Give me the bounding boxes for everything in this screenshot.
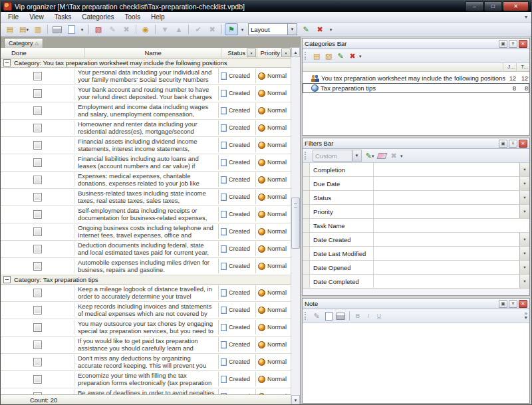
column-header-priority[interactable]: Priority ▼ [257, 48, 291, 58]
minimize-button[interactable]: – [466, 1, 483, 11]
scroll-up-button[interactable]: ▲ [291, 47, 300, 57]
task-checkbox[interactable] [33, 227, 42, 236]
new-category-button[interactable]: ▤ [311, 51, 322, 61]
clear-filter-button[interactable] [376, 151, 387, 161]
filters-restore-button[interactable]: ▣ [499, 140, 507, 148]
filter-dropdown-button[interactable]: ▼ [519, 275, 529, 288]
filter-value-field[interactable] [374, 261, 519, 274]
filter-dropdown-button[interactable]: ▼ [519, 191, 529, 204]
task-checkbox[interactable] [33, 176, 42, 184]
show-completed-button[interactable]: ◉ [139, 23, 152, 35]
edit-task-button[interactable]: ✎ [106, 23, 119, 35]
cancel-task-button[interactable]: ✖ [205, 23, 219, 35]
new-task-button[interactable]: ▤ [3, 23, 17, 35]
categories-toolbar-options[interactable]: ▾ [359, 53, 362, 60]
task-row[interactable]: Deduction documents including federal, s… [1, 241, 291, 258]
categories-col2-header[interactable]: T... [516, 63, 529, 71]
task-row[interactable]: You may outsource your tax chores by eng… [1, 319, 291, 337]
layout-combobox[interactable]: Layout ▼ [248, 23, 297, 35]
collapse-icon[interactable] [3, 59, 11, 67]
category-item[interactable]: You tax preparation worksheet may includ… [303, 73, 529, 83]
task-checkbox[interactable] [33, 106, 42, 115]
category-group-row[interactable]: Category: You tax preparation worksheet … [1, 59, 291, 68]
print-button[interactable] [51, 23, 64, 35]
task-row[interactable]: Keep a mileage logbook of distance trave… [1, 285, 291, 302]
task-row[interactable]: Be aware of deadlines in order to avoid … [1, 388, 291, 394]
print-options-dropdown[interactable]: ▾ [78, 23, 86, 35]
task-checkbox[interactable] [33, 323, 42, 332]
scrollbar-thumb[interactable] [291, 198, 300, 249]
close-button[interactable]: ✕ [503, 1, 529, 11]
print-preview-button[interactable] [65, 23, 78, 35]
task-checkbox[interactable] [33, 124, 42, 132]
delete-filter-button[interactable]: ✖ [388, 151, 399, 161]
task-checkbox[interactable] [33, 306, 42, 315]
filter-value-field[interactable] [374, 191, 519, 204]
categories-pin-button[interactable]: Ŧ [509, 40, 517, 48]
edit-layout-button[interactable]: ✎ [299, 23, 313, 35]
task-checkbox[interactable] [33, 289, 42, 297]
task-row[interactable]: Keep records including invoices and stat… [1, 302, 291, 319]
task-row[interactable]: If you would like to get paid tax prepar… [1, 337, 291, 354]
task-row[interactable]: Automobile expenses including miles driv… [1, 258, 291, 275]
status-filter-button[interactable]: ▼ [247, 49, 256, 57]
menu-view[interactable]: View [25, 13, 49, 21]
task-row[interactable]: Business-related taxes including state i… [1, 189, 291, 206]
toolbar-grip[interactable] [305, 312, 308, 320]
task-row[interactable]: Financial assets including dividend inco… [1, 137, 291, 154]
menu-tools[interactable]: Tools [120, 13, 145, 21]
task-checkbox[interactable] [33, 141, 42, 150]
task-checkbox[interactable] [33, 245, 42, 253]
delete-category-button[interactable]: ✖ [347, 51, 358, 61]
new-item-dropdown[interactable]: ▤▾ [17, 23, 31, 35]
delete-layout-button[interactable]: ✖ [313, 23, 327, 35]
edit-note-button[interactable]: ✎ [311, 311, 322, 321]
filters-toolbar-options[interactable]: ▾ [400, 152, 403, 160]
new-category-button[interactable]: ▧ [92, 23, 105, 35]
filter-dropdown-button[interactable]: ▼ [519, 163, 529, 176]
task-row[interactable]: Self-employment data including receipts … [1, 206, 291, 223]
note-toolbar-overflow[interactable]: »▾ [525, 312, 527, 320]
filter-preset-combobox[interactable]: Custom ▼ [313, 150, 362, 162]
move-down-button[interactable]: ▼ [158, 23, 172, 35]
task-row[interactable]: Your personal data including your indivi… [1, 68, 291, 85]
grid-scrollbar[interactable]: ▲ ▼ [291, 47, 300, 405]
layout-dropdown-button[interactable]: ▼ [287, 24, 297, 35]
categories-close-button[interactable]: ✕ [519, 40, 527, 48]
filter-value-field[interactable] [374, 219, 529, 232]
maximize-button[interactable]: □ [484, 1, 502, 11]
group-by-category-button[interactable]: Category △ [4, 38, 43, 48]
filters-close-button[interactable]: ✕ [519, 140, 527, 148]
menu-file[interactable]: File [3, 13, 23, 21]
flag-button[interactable]: ⚑ [225, 23, 238, 35]
new-note-page-button[interactable] [323, 311, 334, 321]
task-checkbox[interactable] [33, 210, 42, 219]
note-editor[interactable] [303, 323, 529, 403]
filter-dropdown-button[interactable]: ▼ [519, 233, 529, 246]
task-row[interactable]: Employment and income data including wag… [1, 102, 291, 120]
bold-button[interactable]: B [353, 313, 362, 319]
task-row[interactable]: Expenses: medical expenses, charitable d… [1, 172, 291, 189]
collapse-icon[interactable] [3, 276, 11, 283]
menu-help[interactable]: Help [146, 13, 170, 21]
filter-value-field[interactable] [374, 247, 519, 260]
categories-col1-header[interactable]: J... [503, 63, 516, 71]
import-task-button[interactable]: ▥ [31, 23, 45, 35]
toolbar-options-icon[interactable]: ▾ [525, 14, 529, 20]
delete-task-button[interactable]: ✖ [120, 23, 133, 35]
categories-restore-button[interactable]: ▣ [499, 40, 507, 48]
task-checkbox[interactable] [33, 340, 42, 349]
column-header-status[interactable]: Status ▼ [221, 48, 257, 58]
filters-pin-button[interactable]: Ŧ [509, 140, 517, 148]
filter-preset-dropdown[interactable]: ▼ [352, 150, 361, 161]
filter-dropdown-button[interactable]: ▼ [519, 177, 529, 190]
complete-task-button[interactable]: ✔ [192, 23, 205, 35]
toolbar-grip[interactable] [305, 52, 308, 60]
task-checkbox[interactable] [33, 89, 42, 98]
apply-filter-button[interactable]: ✎▾ [364, 151, 375, 161]
new-subcategory-button[interactable]: ▧ [323, 51, 334, 61]
task-row[interactable]: Homeowner and renter data including your… [1, 120, 291, 137]
task-checkbox[interactable] [33, 262, 42, 271]
move-up-button[interactable]: ▲ [172, 23, 186, 35]
menu-tasks[interactable]: Tasks [50, 13, 76, 21]
